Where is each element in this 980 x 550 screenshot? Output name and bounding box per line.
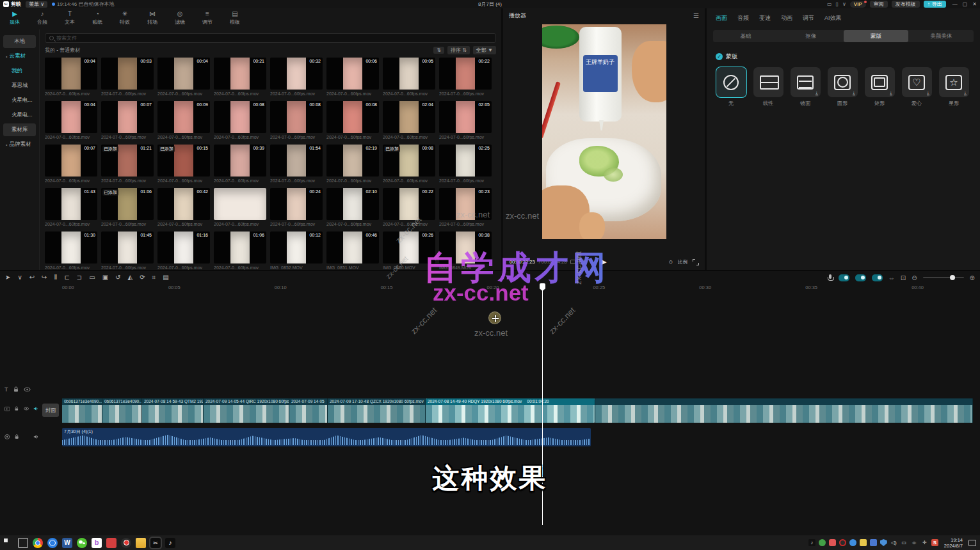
media-item[interactable]: 01:43 2024-07-0...60fps.mov [45,188,97,229]
sort-direction-icon[interactable]: ⇅ [433,47,444,54]
toolbar-icon[interactable]: ∨ [17,271,22,285]
lock-icon[interactable] [14,434,19,440]
eye-icon[interactable] [24,405,29,412]
media-item[interactable]: 已添加 01:21 2024-07-0...60fps.mov [101,145,154,185]
tray-icon[interactable]: S [931,539,938,546]
taskbar-app-icon[interactable] [106,538,116,548]
media-item[interactable]: 01:30 2024-07-0...60fps.mov [45,232,97,270]
media-item[interactable]: 00:22 2024-07-0...60fps.mov [439,58,492,98]
toolbar-icon[interactable]: ↺ [115,271,120,285]
menu-button[interactable]: 菜单 ∨ [26,1,47,8]
toolbar-icon[interactable]: ◭ [128,271,133,285]
tray-icon[interactable] [819,539,826,546]
ribbon-tab[interactable]: ≡ 调节 [199,10,216,29]
inspector-subtab[interactable]: 美颜美体 [908,30,974,42]
preview-axis-toggle[interactable] [872,274,883,281]
ribbon-tab[interactable]: ✳ 特效 [116,10,133,29]
media-item[interactable]: 00:03 2024-07-0...60fps.mov [101,58,154,98]
adapt-icon[interactable]: ⇔ [888,274,895,281]
video-clip[interactable]: 2024-07-08 14-49-40 RDQY 1920x1080 60fps… [426,398,595,423]
tray-icon[interactable] [839,539,846,546]
search-input[interactable]: 搜索文件 [45,33,496,43]
media-item[interactable]: 00:12 IMG_0852.MOV [270,232,323,270]
ribbon-tab[interactable]: ◔ 贴纸 [89,10,106,29]
media-item[interactable]: 00:04 2024-07-0...60fps.mov [157,58,210,98]
sidebar-item[interactable]: 幕思城 [3,79,36,92]
lock-icon[interactable] [13,386,19,393]
layout-toggle-icon[interactable]: ▭ [827,1,832,7]
toolbar-icon[interactable]: Ⅱ [54,271,58,285]
taskbar-app-icon[interactable]: ♪ [165,538,175,548]
media-item[interactable]: 00:06 2024-07-0...60fps.mov [326,58,379,98]
zoom-slider-knob[interactable] [950,275,955,280]
fullscreen-icon[interactable] [693,259,698,265]
tray-icon[interactable]: ♪ [808,539,815,546]
media-item[interactable]: 2024-07-0...60fps.mov [214,188,266,229]
timeline-zoom-slider[interactable] [923,277,964,278]
toolbar-icon[interactable]: ▤ [163,271,168,285]
inspector-subtab[interactable]: 基础 [713,30,778,42]
media-item[interactable]: 已添加 00:15 2024-07-0...60fps.mov [157,145,210,185]
media-item[interactable]: 02:05 2024-07-0...60fps.mov [439,101,492,142]
video-clip[interactable] [595,398,973,423]
taskbar-app-icon[interactable]: b [92,538,102,548]
ribbon-tab[interactable]: ▶ 媒体 [6,10,23,29]
zoom-in-icon[interactable]: ⊕ [970,274,975,281]
zoom-out-icon[interactable]: ⊖ [912,274,917,281]
minimize-button[interactable]: — [952,1,958,7]
tray-icon[interactable] [880,539,887,546]
media-item[interactable]: 02:25 2024-07-0...60fps.mov [439,145,492,185]
linkage-toggle[interactable] [855,274,866,281]
mask-option[interactable]: ↓ 线性 [753,67,783,107]
media-item[interactable]: 00:39 2024-07-0...60fps.mov [214,145,266,185]
media-item[interactable]: 00:04 2024-07-0...60fps.mov [45,58,97,98]
video-preview[interactable]: 王牌羊奶子 [542,24,666,239]
notification-center-icon[interactable] [968,540,976,546]
toolbar-icon[interactable]: ▣ [102,271,108,285]
media-item[interactable]: 00:08 2024-07-0...60fps.mov [270,101,323,142]
media-item[interactable]: 01:54 2024-07-0...60fps.mov [270,145,323,185]
tray-icon[interactable]: ⌯ [911,539,918,546]
taskbar-app-icon[interactable] [4,538,12,547]
publish-template-button[interactable]: 发布模板 [892,1,920,8]
media-item[interactable]: 00:46 IMG_0851.MOV [326,232,379,270]
toolbar-icon[interactable]: ⊐ [77,271,82,285]
toolbar-icon[interactable]: ⟳ [140,271,145,285]
player-menu-icon[interactable]: ☰ [693,12,699,19]
media-item[interactable]: 00:04 2024-07-0...60fps.mov [45,101,97,142]
toolbar-icon[interactable]: ⊏ [64,271,69,285]
lock-icon[interactable] [14,405,19,412]
mask-option[interactable]: ↓ 镜面 [790,67,821,107]
toolbar-icon[interactable]: ↪ [42,271,47,285]
taskbar-app-icon[interactable] [47,538,58,548]
sidebar-item[interactable]: 我的 [3,65,36,77]
ribbon-tab[interactable]: ♪ 音频 [34,10,51,29]
ratio-button[interactable]: 比例 [678,259,687,265]
video-clip[interactable]: 0b061371e3e4090... [102,398,142,423]
mute-track-icon[interactable] [33,405,38,412]
media-item[interactable]: 00:21 2024-07-0...60fps.mov [214,58,266,98]
media-item[interactable]: 00:42 2024-07-0...60fps.mov [157,188,210,229]
cover-button[interactable]: 封面 [42,404,59,417]
close-button[interactable]: ✕ [972,1,977,7]
media-item[interactable]: 01:45 2024-07-0...60fps.mov [101,232,154,270]
filter-all-button[interactable]: 全部 ▼ [473,46,496,54]
tray-icon[interactable] [870,539,877,546]
layout-caret-icon[interactable]: ∨ [842,1,846,7]
audio-clip[interactable]: 7月30日 (4)(1) [62,428,591,446]
ribbon-tab[interactable]: T 文本 [61,10,78,29]
tray-icon[interactable]: ✛ [921,539,928,546]
magnet-toggle[interactable] [839,274,849,281]
tray-icon[interactable] [860,539,867,546]
mask-option[interactable]: ♡ ↓ 爱心 [901,67,932,107]
tray-icon[interactable]: ▭ [901,539,908,546]
inspector-subtab[interactable]: 蒙版 [844,30,909,42]
inspector-tab[interactable]: AI效果 [824,14,842,22]
taskbar-app-icon[interactable] [121,538,131,548]
media-item[interactable]: 01:06 2024-07-0...60fps.mov [214,232,266,270]
inspector-tab[interactable]: 画面 [716,14,727,22]
maximize-button[interactable]: ▢ [963,1,968,7]
media-item[interactable]: 00:32 2024-07-0...60fps.mov [270,58,323,98]
taskbar-app-icon[interactable] [77,538,87,548]
inspector-tab[interactable]: 音频 [737,14,749,22]
